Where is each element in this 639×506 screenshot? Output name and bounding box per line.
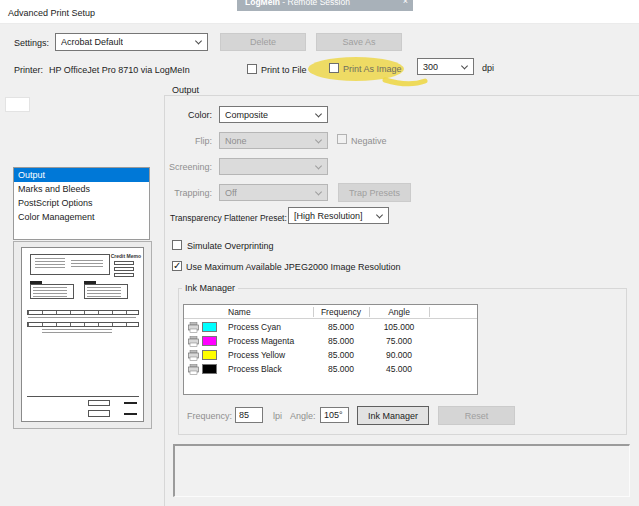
delete-button[interactable]: Delete [220,33,306,51]
ink-angle: 105.000 [369,322,429,332]
advanced-print-setup-dialog: Advanced Print Setup LogMeIn - Remote Se… [0,0,639,506]
preview-address-box [84,284,128,299]
column-header-angle: Angle [369,307,429,317]
ink-swatch [202,350,217,360]
ink-manager-button[interactable]: Ink Manager [357,406,429,425]
chevron-down-icon [195,37,202,44]
table-row[interactable]: Process Yellow 85.000 90.000 [184,349,477,362]
sidebar-item-postscript-options[interactable]: PostScript Options [14,196,149,210]
sidebar-item-output[interactable]: Output [14,168,149,182]
ink-swatch [202,336,217,346]
preview-doc-title: Credit Memo [111,253,141,259]
chevron-down-icon [461,62,468,69]
ink-frequency: 85.000 [313,350,369,360]
ink-name: Process Yellow [228,350,285,360]
angle-label: Angle: [290,411,316,421]
ink-table-header: Name Frequency Angle [184,305,477,319]
settings-dropdown-value: Acrobat Default [61,37,123,47]
frequency-input[interactable] [235,407,263,423]
simulate-overprinting-label: Simulate Overprinting [187,241,274,251]
dpi-label: dpi [482,63,494,73]
print-to-file-checkbox[interactable] [247,64,257,74]
preview-table-header [27,310,139,315]
ink-frequency: 85.000 [313,336,369,346]
trapping-dropdown[interactable]: Off [219,184,328,201]
printer-label: Printer: [14,65,43,75]
angle-input[interactable] [320,407,349,423]
trap-presets-button[interactable]: Trap Presets [338,183,411,202]
jpeg2000-label: Use Maximum Available JPEG2000 Image Res… [186,262,400,272]
table-row[interactable]: Process Black 85.000 45.000 [184,363,477,376]
print-as-image-label: Print As Image [343,64,402,74]
close-icon[interactable]: × [403,0,408,6]
reset-button[interactable]: Reset [438,406,515,425]
trapping-dropdown-value: Off [225,188,237,198]
settings-dropdown[interactable]: Acrobat Default [55,33,208,51]
table-row[interactable]: Process Magenta 85.000 75.000 [184,335,477,348]
screening-dropdown[interactable] [219,158,328,175]
logmein-banner: LogMeIn - Remote Session × [237,0,413,11]
print-to-file-label: Print to File [261,65,307,75]
printer-name: HP OfficeJet Pro 8710 via LogMeIn [49,65,190,75]
frequency-label: Frequency: [187,411,232,421]
page-title: Advanced Print Setup [8,8,95,18]
color-label: Color: [166,110,212,120]
simulate-overprinting-checkbox[interactable] [172,240,182,250]
ink-frequency: 85.000 [313,322,369,332]
ink-manager-group-title: Ink Manager [182,283,238,293]
ink-name: Process Magenta [228,336,294,346]
banner-session-text: - Remote Session [280,0,350,7]
table-row[interactable]: Process Cyan 85.000 105.000 [184,321,477,334]
sections-list: Output Marks and Bleeds PostScript Optio… [13,167,150,240]
stray-white-box [5,97,30,112]
negative-label: Negative [351,136,387,146]
trapping-label: Trapping: [166,188,212,198]
flip-dropdown-value: None [225,136,247,146]
print-as-image-checkbox[interactable] [329,63,339,73]
banner-app-name: LogMeIn [245,0,280,7]
output-group-title: Output [169,85,202,95]
negative-checkbox[interactable] [337,134,347,144]
ink-swatch [202,364,217,374]
printer-icon [188,322,199,333]
ink-frequency: 85.000 [313,364,369,374]
printer-icon [188,364,199,375]
printer-icon [188,350,199,361]
column-header-name: Name [228,307,251,317]
sidebar-item-marks-and-bleeds[interactable]: Marks and Bleeds [14,182,149,196]
preview-page: Credit Memo [21,247,144,422]
column-header-frequency: Frequency [313,307,369,317]
color-dropdown[interactable]: Composite [219,106,328,123]
chevron-down-icon [315,110,322,117]
ink-name: Process Cyan [228,322,281,332]
preview-table-header [27,322,139,327]
printer-icon [188,336,199,347]
ink-table: Name Frequency Angle Process Cyan 85.000… [183,304,478,395]
color-dropdown-value: Composite [225,110,268,120]
sidebar-item-color-management[interactable]: Color Management [14,210,149,224]
preview-header-box [30,254,110,275]
flattener-label: Transparency Flattener Preset: [170,213,287,223]
lpi-label: lpi [273,411,282,421]
ink-angle: 90.000 [369,350,429,360]
chevron-down-icon [315,188,322,195]
ink-swatch [202,322,217,332]
document-preview: Credit Memo [13,241,152,429]
flip-dropdown[interactable]: None [219,132,328,149]
preview-address-box [30,284,74,299]
flip-label: Flip: [166,136,212,146]
description-box [173,444,630,497]
chevron-down-icon [376,211,383,218]
ink-name: Process Black [228,364,282,374]
jpeg2000-checkbox[interactable] [172,261,182,271]
ink-angle: 75.000 [369,336,429,346]
flattener-dropdown-value: [High Resolution] [294,211,363,221]
chevron-down-icon [315,162,322,169]
chevron-down-icon [315,136,322,143]
banner-text: LogMeIn - Remote Session [245,0,350,7]
screening-label: Screening: [166,162,212,172]
flattener-dropdown[interactable]: [High Resolution] [288,207,389,224]
settings-label: Settings: [14,38,49,48]
save-as-button[interactable]: Save As [316,33,402,51]
ink-angle: 45.000 [369,364,429,374]
